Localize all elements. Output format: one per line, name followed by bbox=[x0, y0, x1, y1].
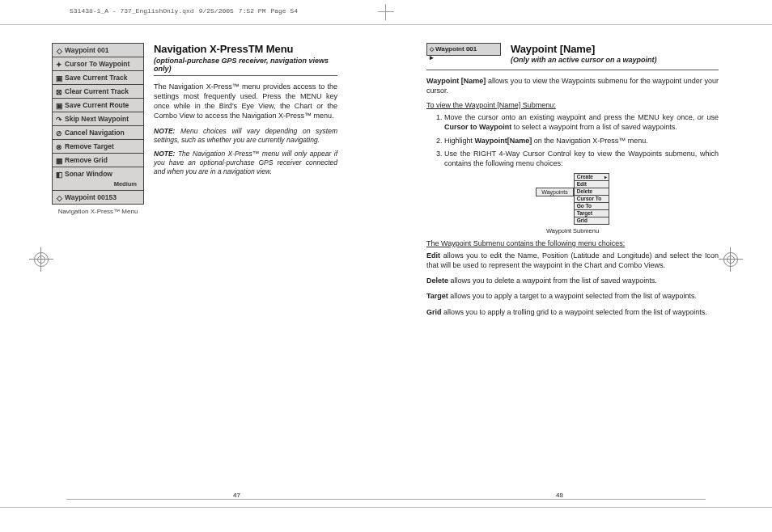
nav-menu-column: ◇Waypoint 001✦Cursor To Waypoint▣Save Cu… bbox=[52, 43, 144, 215]
menu-item: ⊘Cancel Navigation bbox=[53, 126, 143, 140]
waypoint-intro: Waypoint [Name] allows you to view the W… bbox=[426, 76, 719, 95]
menu-item: ⊗Remove Target bbox=[53, 140, 143, 154]
menu-glyph-icon: ◇ bbox=[56, 47, 62, 53]
submenu-list: CreateEditDeleteCursor ToGo ToTargetGrid bbox=[574, 173, 609, 225]
menu-item: ◇Waypoint 00153 bbox=[53, 191, 143, 204]
menu-glyph-icon: ↷ bbox=[56, 116, 62, 122]
menu-item: ✦Cursor To Waypoint bbox=[53, 57, 143, 71]
page-number-left: 47 bbox=[233, 492, 240, 499]
submenu-item: Grid bbox=[575, 217, 609, 224]
waypoint-title: Waypoint [Name] bbox=[511, 43, 719, 55]
choice-item: Target allows you to apply a target to a… bbox=[426, 291, 719, 301]
header-filename: 531438-1_A - 737_EnglishOnly.qxd bbox=[70, 7, 194, 15]
submenu-item: Go To bbox=[575, 203, 609, 210]
page-right: ◇ Waypoint 001 ▸ Waypoint [Name] (Only w… bbox=[386, 25, 772, 507]
waypoint-subhead: (Only with an active cursor on a waypoin… bbox=[511, 56, 719, 66]
menu-glyph-icon: ◇ bbox=[56, 194, 62, 201]
nav-note1: NOTE: Menu choices will vary depending o… bbox=[154, 127, 337, 145]
waypoint-steps: Move the cursor onto an existing waypoin… bbox=[444, 112, 719, 168]
menu-glyph-icon: ✦ bbox=[56, 61, 62, 67]
submenu-item: Edit bbox=[575, 181, 609, 188]
crop-mark-top bbox=[378, 4, 394, 20]
menu-glyph-icon: ◧ bbox=[56, 171, 62, 177]
choice-item: Grid allows you to apply a trolling grid… bbox=[426, 307, 719, 317]
nav-menu-caption: Navigation X-Press™ Menu bbox=[52, 208, 144, 215]
waypoint-howto: To view the Waypoint [Name] Submenu: bbox=[426, 101, 719, 109]
menu-glyph-icon: ▦ bbox=[56, 157, 62, 163]
nav-subhead: (optional-purchase GPS receiver, navigat… bbox=[154, 57, 337, 76]
header-page: Page 54 bbox=[270, 7, 298, 15]
bottom-rule bbox=[66, 499, 706, 500]
submenu-item: Cursor To bbox=[575, 196, 609, 203]
nav-xpress-menu: ◇Waypoint 001✦Cursor To Waypoint▣Save Cu… bbox=[52, 43, 144, 205]
header-date: 9/25/2005 bbox=[199, 7, 234, 15]
menu-item: ▣Save Current Track bbox=[53, 71, 143, 85]
menu-item: ▦Remove Grid bbox=[53, 154, 143, 167]
submenu-choices: Edit allows you to edit the Name, Positi… bbox=[426, 251, 719, 317]
menu-item: ▣Save Current Route bbox=[53, 99, 143, 112]
step-item: Move the cursor onto an existing waypoin… bbox=[444, 112, 719, 132]
submenu-item: Delete bbox=[575, 188, 609, 196]
step-item: Use the RIGHT 4-Way Cursor Control key t… bbox=[444, 149, 719, 168]
submenu-choices-head: The Waypoint Submenu contains the follow… bbox=[426, 239, 719, 247]
nav-title: Navigation X-PressTM Menu bbox=[154, 43, 337, 55]
qxd-header: 531438-1_A - 737_EnglishOnly.qxd 9/25/20… bbox=[70, 7, 298, 15]
nav-note2: NOTE: The Navigation X-Press™ menu will … bbox=[154, 150, 337, 176]
menu-glyph-icon: ⊘ bbox=[56, 129, 62, 136]
page-left: ◇Waypoint 001✦Cursor To Waypoint▣Save Cu… bbox=[0, 25, 386, 507]
nav-text: Navigation X-PressTM Menu (optional-purc… bbox=[154, 43, 337, 215]
right-arrow-icon: ▸ bbox=[430, 53, 434, 61]
page-spread: ◇Waypoint 001✦Cursor To Waypoint▣Save Cu… bbox=[0, 24, 772, 508]
submenu-item: Create bbox=[575, 174, 609, 181]
menu-item: ◧Sonar WindowMedium bbox=[53, 167, 143, 191]
menu-glyph-icon: ▣ bbox=[56, 74, 62, 81]
menu-glyph-icon: ▣ bbox=[56, 102, 62, 108]
choice-item: Delete allows you to delete a waypoint f… bbox=[426, 276, 719, 285]
submenu-item: Target bbox=[575, 210, 609, 217]
waypoint-chip: ◇ Waypoint 001 ▸ bbox=[426, 43, 501, 56]
step-item: Highlight Waypoint[Name] on the Navigati… bbox=[444, 136, 719, 146]
submenu-main-label: Waypoints bbox=[536, 188, 573, 196]
menu-glyph-icon: ⊗ bbox=[56, 143, 62, 150]
submenu-caption: Waypoint Submenu bbox=[426, 227, 719, 234]
page-number-right: 48 bbox=[556, 492, 563, 499]
nav-body: The Navigation X-Press™ menu provides ac… bbox=[154, 82, 337, 121]
choice-item: Edit allows you to edit the Name, Positi… bbox=[426, 251, 719, 270]
menu-item: ◇Waypoint 001 bbox=[53, 44, 143, 57]
waypoint-submenu-figure: Waypoints CreateEditDeleteCursor ToGo To… bbox=[426, 173, 719, 225]
menu-glyph-icon: ⊠ bbox=[56, 88, 62, 95]
menu-item: ↷Skip Next Waypoint bbox=[53, 112, 143, 126]
header-time: 7:52 PM bbox=[239, 7, 266, 15]
menu-item: ⊠Clear Current Track bbox=[53, 85, 143, 99]
